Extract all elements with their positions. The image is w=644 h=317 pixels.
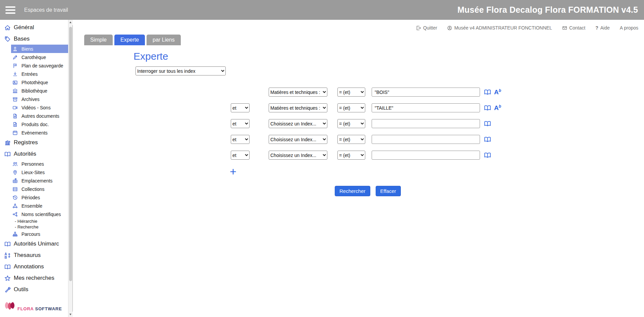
hamburger-menu-button[interactable] xyxy=(5,5,16,15)
boolean-operator-select[interactable]: et xyxy=(231,151,250,160)
index-select[interactable]: Choisissez un Index... xyxy=(269,119,327,128)
wrench-icon xyxy=(4,286,11,293)
toolbar-link-aide[interactable]: ?Aide xyxy=(595,25,610,31)
index-select[interactable]: Choisissez un Index... xyxy=(269,135,327,144)
document-icon xyxy=(12,122,18,127)
sidebar-item-periodes[interactable]: Périodes xyxy=(11,193,68,202)
sidebar-item-label: Carothèque xyxy=(21,55,46,60)
toolbar-link-user[interactable]: Musée v4 ADMINISTRATEUR FONCTIONNEL xyxy=(447,25,552,31)
sidebar-item-general[interactable]: Général xyxy=(0,22,68,33)
tab-experte[interactable]: Experte xyxy=(114,35,145,45)
scroll-up-arrow-icon[interactable] xyxy=(68,20,73,25)
sidebar-item-annotations[interactable]: Annotations xyxy=(0,261,68,272)
scroll-down-arrow-icon[interactable] xyxy=(68,312,73,317)
search-mode-tabs: SimpleExpertepar Liens xyxy=(84,35,639,45)
query-value-input[interactable] xyxy=(372,103,480,112)
sidebar-item-bibliotheque[interactable]: Bibliothèque xyxy=(11,87,68,95)
sidebar-item-label: Bases xyxy=(14,36,30,42)
sidebar-item-emplacements[interactable]: Emplacements xyxy=(11,176,68,185)
comparison-operator-select[interactable]: = (et) xyxy=(337,88,365,97)
sidebar-item-videos-sons[interactable]: Vidéos - Sons xyxy=(11,103,68,112)
sidebar-item-label: Evènements xyxy=(21,130,48,136)
add-row-button[interactable]: + xyxy=(230,166,236,176)
toolbar-link-contact[interactable]: Contact xyxy=(562,25,585,31)
index-lookup-button[interactable] xyxy=(483,136,492,143)
clear-button[interactable]: Effacer xyxy=(376,186,401,196)
query-value-input[interactable] xyxy=(372,135,480,144)
sidebar-item-ensemble[interactable]: Ensemble xyxy=(11,202,68,210)
history-icon xyxy=(12,195,18,200)
sidebar-item-phototheque[interactable]: Photothèque xyxy=(11,78,68,87)
sidebar-item-carotheque[interactable]: Carothèque xyxy=(11,53,68,61)
boolean-cell: et xyxy=(231,103,269,112)
sidebar-item-label: Périodes xyxy=(21,195,40,200)
index-select[interactable]: Choisissez un Index... xyxy=(269,151,327,160)
sidebar-item-plan-de-sauvegarde[interactable]: Plan de sauvegarde xyxy=(11,61,68,70)
comparison-operator-select[interactable]: = (et) xyxy=(337,151,365,160)
index-lookup-button[interactable] xyxy=(483,120,492,127)
workspace-label[interactable]: Espaces de travail xyxy=(24,7,68,13)
boolean-operator-select[interactable]: et xyxy=(231,119,250,128)
term-expansion-button[interactable]: Ab xyxy=(494,104,501,111)
toolbar-link-quitter[interactable]: Quitter xyxy=(416,25,437,31)
index-select[interactable]: Matières et techniques : xyxy=(269,88,327,97)
index-select[interactable]: Matières et techniques : xyxy=(269,103,327,112)
index-lookup-button[interactable] xyxy=(483,104,492,111)
sidebar-item-label: Autorités Unimarc xyxy=(14,241,59,247)
index-lookup-button[interactable] xyxy=(483,152,492,159)
calendar-icon xyxy=(12,130,18,136)
sidebar-item-registres[interactable]: Registres xyxy=(0,137,68,148)
sidebar-item-bases[interactable]: Bases xyxy=(0,33,68,45)
sidebar-item-label: Annotations xyxy=(14,263,44,270)
open-book-icon xyxy=(483,136,492,143)
query-value-input[interactable] xyxy=(372,119,480,128)
top-header: Espaces de travail Musée Flora Decalog F… xyxy=(0,0,644,20)
sidebar-item-biens[interactable]: Biens xyxy=(11,45,68,53)
sidebar-item-label: Ensemble xyxy=(21,203,42,209)
sidebar-item-hierarchie[interactable]: - Hiérarchie xyxy=(15,218,68,224)
term-expansion-button[interactable]: Ab xyxy=(494,89,501,95)
sidebar-item-personnes[interactable]: Personnes xyxy=(11,160,68,168)
sidebar-item-evenements[interactable]: Evènements xyxy=(11,128,68,137)
search-button[interactable]: Rechercher xyxy=(335,186,370,196)
tab-par-liens[interactable]: par Liens xyxy=(147,35,181,45)
boolean-operator-select[interactable]: et xyxy=(231,103,250,112)
sidebar-item-autorites-unimarc[interactable]: Autorités Unimarc xyxy=(0,238,68,250)
sidebar-item-autorites[interactable]: Autorités xyxy=(0,148,68,160)
toolbar-link-a-propos[interactable]: A propos xyxy=(620,25,638,31)
sidebar-item-entrees[interactable]: Entrées xyxy=(11,70,68,78)
comparison-operator-select[interactable]: = (et) xyxy=(337,135,365,144)
sidebar-item-parcours[interactable]: Parcours xyxy=(11,230,68,238)
open-book-icon xyxy=(483,89,492,96)
query-row-4: etChoisissez un Index...= (et) xyxy=(231,135,639,144)
index-scope-select[interactable]: Interroger sur tous les index xyxy=(136,66,226,75)
sidebar-item-label: Thesaurus xyxy=(14,252,41,259)
query-row-3: etChoisissez un Index...= (et) xyxy=(231,119,639,128)
sidebar-item-archives[interactable]: Archives xyxy=(11,95,68,103)
sidebar-item-mes-recherches[interactable]: Mes recherches xyxy=(0,272,68,284)
sidebar-item-collections[interactable]: Collections xyxy=(11,185,68,193)
boolean-cell: et xyxy=(231,135,269,144)
query-value-input[interactable] xyxy=(372,151,480,160)
query-value-input[interactable] xyxy=(372,88,480,97)
tab-simple[interactable]: Simple xyxy=(84,35,113,45)
boolean-operator-select[interactable]: et xyxy=(231,135,250,144)
sidebar-item-autres-documents[interactable]: Autres documents xyxy=(11,112,68,120)
sidebar-item-thesaurus[interactable]: ABThesaurus xyxy=(0,250,68,261)
scrollbar-thumb[interactable] xyxy=(69,27,72,281)
download-icon xyxy=(12,71,18,77)
comparison-operator-select[interactable]: = (et) xyxy=(337,103,365,112)
sidebar-item-lieux-sites[interactable]: Lieux-Sites xyxy=(11,168,68,176)
sidebar: GénéralBasesBiensCarothèquePlan de sauve… xyxy=(0,20,73,317)
comparison-operator-select[interactable]: = (et) xyxy=(337,119,365,128)
sidebar-item-outils[interactable]: Outils xyxy=(0,284,68,295)
sidebar-scrollbar[interactable] xyxy=(68,20,72,317)
sidebar-item-produits-doc[interactable]: Produits doc. xyxy=(11,120,68,128)
sidebar-item-noms-scientifiques[interactable]: Noms scientifiques xyxy=(11,210,68,218)
sidebar-item-label: Photothèque xyxy=(21,80,48,85)
sidebar-item-recherche[interactable]: - Recherche xyxy=(15,224,68,230)
index-lookup-button[interactable] xyxy=(483,89,492,96)
toolbar-link-label: A propos xyxy=(620,25,638,31)
sidebar-item-label: Emplacements xyxy=(21,178,53,183)
query-row-2: etMatières et techniques : = (et)Ab xyxy=(231,103,639,112)
